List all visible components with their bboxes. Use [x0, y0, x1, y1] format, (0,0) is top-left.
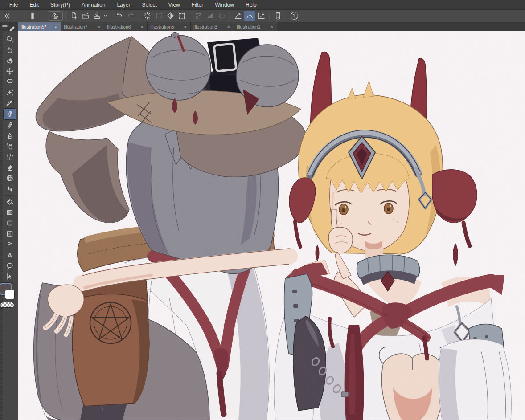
tool-blend[interactable] [4, 183, 16, 194]
invert-selection-button[interactable] [164, 11, 176, 21]
tool-frame-border[interactable] [4, 228, 16, 239]
dashed-square-sparkle-icon [155, 12, 163, 20]
tab-illustration9[interactable]: Illustration9* ● [18, 22, 61, 31]
tool-pen[interactable] [4, 109, 16, 119]
menu-animation[interactable]: Animation [76, 0, 111, 10]
tool-decoration[interactable] [4, 151, 16, 162]
triangle-diagonal-button[interactable] [204, 11, 216, 21]
reselect-button[interactable] [153, 11, 164, 21]
tool-airbrush[interactable] [4, 141, 16, 151]
diamond-invert-icon [166, 12, 175, 20]
tool-pencil[interactable] [4, 119, 16, 130]
spray-can-icon [6, 142, 14, 150]
menu-window[interactable]: Window [209, 0, 240, 10]
redo-arrow-icon [127, 12, 135, 20]
menu-story[interactable]: Story(P) [45, 0, 76, 10]
grid-sphere-icon [6, 174, 14, 182]
snap-to-ruler-button[interactable] [232, 11, 244, 21]
redo-button[interactable] [125, 11, 136, 21]
snap-to-guide-button[interactable] [255, 11, 267, 21]
blend-drops-icon [6, 185, 14, 193]
menu-view[interactable]: View [163, 0, 186, 10]
menu-filter[interactable]: Filter [186, 0, 209, 10]
square-figure-icon [6, 219, 14, 227]
panel-menu-icon[interactable] [2, 23, 8, 28]
dashed-box-diagonal-button[interactable] [193, 11, 204, 21]
close-tab-icon[interactable]: × [270, 24, 274, 29]
tool-zoom[interactable] [4, 34, 16, 45]
menu-edit[interactable]: Edit [24, 0, 45, 10]
toolbar-separator [286, 12, 286, 20]
companion-mode-button[interactable] [272, 11, 283, 21]
tool-eraser[interactable] [4, 162, 16, 173]
speech-balloon-icon [6, 262, 14, 270]
close-tab-icon[interactable]: × [226, 24, 231, 29]
tool-auto-select[interactable] [4, 87, 16, 98]
toolbar-drag-handle[interactable] [26, 11, 38, 21]
tool-figure[interactable] [4, 218, 16, 228]
tool-fill[interactable] [4, 196, 16, 207]
save-options-button[interactable] [103, 11, 108, 21]
menu-help[interactable]: Help [240, 0, 262, 10]
undo-button[interactable] [113, 11, 125, 21]
tool-brush[interactable] [4, 130, 16, 141]
document-tab-bar: Illustration9* ● Illustration7 × Illustr… [0, 22, 525, 31]
close-tab-icon[interactable]: × [97, 24, 101, 29]
tab-illustration6[interactable]: Illustration6 × [104, 22, 148, 31]
sidebar-drag-edge [0, 31, 3, 420]
tab-corner-block [0, 22, 18, 31]
tab-label: Illustration9* [21, 24, 53, 29]
grip-icon [29, 12, 35, 20]
modified-dot-icon: ● [53, 25, 58, 29]
toolbar-separator [230, 12, 230, 20]
tool-liquify[interactable] [4, 173, 16, 183]
frame-border-icon [6, 230, 14, 238]
tab-illustration1[interactable]: Illustration1 × [234, 22, 277, 31]
toolbar-separator [190, 12, 190, 20]
new-document-button[interactable] [68, 11, 79, 21]
tool-ruler[interactable] [4, 239, 16, 250]
canvas-area[interactable] [18, 31, 525, 420]
clip-studio-swirl-icon [51, 12, 59, 20]
transparent-color-swatch[interactable] [0, 302, 14, 308]
close-tab-icon[interactable]: × [183, 24, 188, 29]
collapse-panel-button[interactable] [1, 11, 13, 21]
toolbar-separator [111, 12, 111, 20]
tool-correct-line[interactable] [4, 271, 16, 282]
tool-text[interactable]: A [4, 250, 16, 261]
rounded-box-button[interactable] [216, 11, 227, 21]
tool-selection[interactable] [4, 77, 16, 87]
deselect-button[interactable] [141, 11, 153, 21]
pen-edit-icon[interactable] [8, 24, 16, 31]
tab-illustration7[interactable]: Illustration7 × [61, 22, 104, 31]
marker-brush-icon [6, 131, 14, 139]
tool-eyedropper[interactable] [4, 98, 16, 109]
clip-studio-button[interactable] [48, 11, 63, 21]
color-swatches [1, 284, 19, 310]
tool-move[interactable] [4, 45, 16, 55]
tool-balloon[interactable] [4, 261, 16, 271]
canvas-artwork[interactable] [18, 31, 525, 420]
tool-move-layer[interactable] [4, 66, 16, 77]
help-button[interactable]: ? [288, 11, 300, 21]
selection-border-button[interactable] [176, 11, 188, 21]
snap-to-special-ruler-button[interactable] [244, 11, 255, 21]
menu-file[interactable]: File [4, 0, 24, 10]
tool-operation[interactable] [4, 55, 16, 66]
save-icon [93, 12, 101, 20]
tab-illustration3[interactable]: Illustration3 × [191, 22, 234, 31]
tool-sidebar: A [0, 31, 18, 420]
tool-gradient[interactable] [4, 207, 16, 218]
tab-illustration5[interactable]: Illustration5 × [148, 22, 191, 31]
tab-label: Illustration7 [64, 24, 97, 29]
chevrons-left-icon [3, 12, 11, 20]
menu-select[interactable]: Select [136, 0, 162, 10]
eraser-icon [6, 163, 14, 171]
save-button[interactable] [91, 11, 103, 21]
close-tab-icon[interactable]: × [140, 24, 144, 29]
menu-layer[interactable]: Layer [111, 0, 136, 10]
hand-icon [6, 46, 14, 54]
sub-color-swatch[interactable] [5, 290, 15, 299]
open-file-button[interactable] [79, 11, 91, 21]
command-bar: ? [0, 10, 525, 22]
